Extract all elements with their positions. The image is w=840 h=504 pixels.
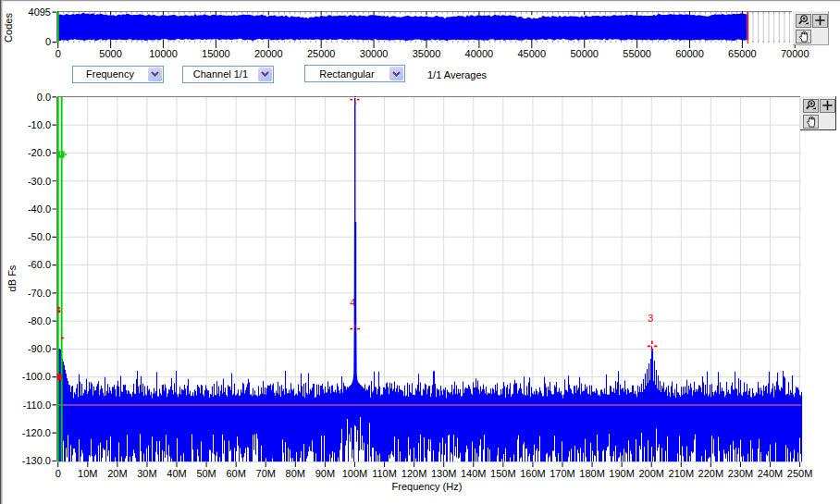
svg-text:4095: 4095 xyxy=(29,6,51,18)
svg-text:-70.0: -70.0 xyxy=(28,288,51,299)
svg-text:180M: 180M xyxy=(579,468,605,479)
svg-text:-130.0: -130.0 xyxy=(22,455,51,466)
svg-text:200M: 200M xyxy=(638,468,664,479)
svg-text:35000: 35000 xyxy=(413,48,441,59)
svg-text:190M: 190M xyxy=(609,468,635,479)
svg-text:100M: 100M xyxy=(342,468,368,479)
svg-text:210M: 210M xyxy=(669,468,695,479)
svg-text:-10.0: -10.0 xyxy=(28,119,51,130)
svg-text:120M: 120M xyxy=(401,468,427,479)
svg-text:230M: 230M xyxy=(728,468,754,479)
svg-text:60M: 60M xyxy=(226,468,245,479)
svg-text:Codes: Codes xyxy=(3,13,14,43)
svg-text:65000: 65000 xyxy=(728,48,757,59)
svg-text:0: 0 xyxy=(45,36,51,47)
svg-text:250M: 250M xyxy=(787,468,813,479)
svg-text:40000: 40000 xyxy=(465,48,494,59)
svg-text:150M: 150M xyxy=(490,468,516,479)
svg-text:0: 0 xyxy=(56,468,61,479)
svg-text:130M: 130M xyxy=(431,468,457,479)
svg-text:240M: 240M xyxy=(758,468,784,479)
svg-text:-20.0: -20.0 xyxy=(28,147,51,158)
svg-text:-60.0: -60.0 xyxy=(28,259,51,270)
svg-text:25000: 25000 xyxy=(307,48,336,59)
svg-text:-110.0: -110.0 xyxy=(23,400,51,411)
svg-text:-40.0: -40.0 xyxy=(28,203,51,215)
svg-text:1/1 Averages: 1/1 Averages xyxy=(427,69,488,80)
svg-text:40M: 40M xyxy=(167,468,186,479)
svg-text:3: 3 xyxy=(648,313,653,324)
svg-text:220M: 220M xyxy=(698,468,724,479)
svg-text:10M: 10M xyxy=(78,468,97,479)
svg-text:-50.0: -50.0 xyxy=(28,231,51,242)
svg-text:80M: 80M xyxy=(286,468,305,479)
svg-text:dB Fs: dB Fs xyxy=(6,264,18,291)
svg-text:-90.0: -90.0 xyxy=(28,343,51,354)
svg-text:110M: 110M xyxy=(372,468,397,479)
svg-text:-80.0: -80.0 xyxy=(28,315,51,326)
svg-text:20M: 20M xyxy=(107,468,127,479)
svg-text:0: 0 xyxy=(56,48,61,59)
svg-text:-30.0: -30.0 xyxy=(28,176,51,187)
svg-text:-100.0: -100.0 xyxy=(22,371,51,382)
svg-text:60000: 60000 xyxy=(675,48,704,59)
svg-text:70000: 70000 xyxy=(781,48,809,59)
svg-text:5000: 5000 xyxy=(99,48,121,59)
svg-text:160M: 160M xyxy=(520,468,546,479)
svg-text:90M: 90M xyxy=(315,468,335,479)
svg-text:140M: 140M xyxy=(461,468,487,479)
svg-text:50M: 50M xyxy=(196,468,216,479)
svg-text:170M: 170M xyxy=(550,468,575,479)
svg-text:30M: 30M xyxy=(137,468,156,479)
svg-text:0.0: 0.0 xyxy=(37,92,51,103)
svg-text:50000: 50000 xyxy=(570,48,599,59)
svg-text:15000: 15000 xyxy=(202,48,230,59)
svg-text:Frequency (Hz): Frequency (Hz) xyxy=(392,481,463,492)
svg-text:30000: 30000 xyxy=(360,48,389,59)
svg-text:-120.0: -120.0 xyxy=(22,427,51,438)
svg-text:55000: 55000 xyxy=(623,48,651,59)
svg-text:70M: 70M xyxy=(256,468,276,479)
svg-text:45000: 45000 xyxy=(518,48,547,59)
svg-text:10000: 10000 xyxy=(149,48,178,59)
svg-text:20000: 20000 xyxy=(254,48,283,59)
